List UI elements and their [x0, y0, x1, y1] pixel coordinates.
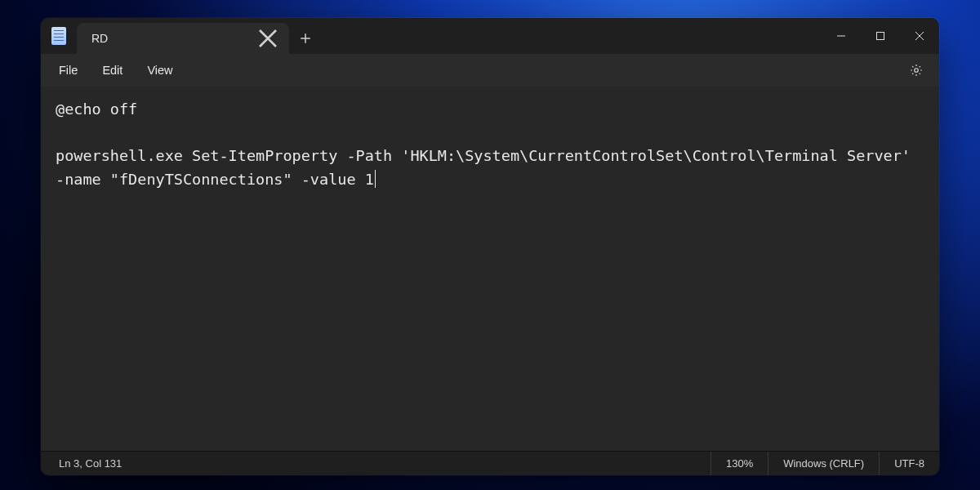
- titlebar-drag-region[interactable]: [322, 18, 822, 54]
- status-line-ending[interactable]: Windows (CRLF): [768, 452, 879, 475]
- titlebar[interactable]: RD: [41, 18, 939, 54]
- maximize-icon: [875, 31, 885, 41]
- document-tab[interactable]: RD: [77, 23, 289, 54]
- maximize-button[interactable]: [861, 18, 900, 54]
- minimize-button[interactable]: [822, 18, 861, 54]
- close-icon: [258, 29, 278, 48]
- app-icon: [41, 18, 77, 54]
- statusbar: Ln 3, Col 131 130% Windows (CRLF) UTF-8: [41, 451, 939, 475]
- status-encoding[interactable]: UTF-8: [879, 452, 939, 475]
- svg-point-1: [915, 69, 919, 73]
- menu-edit[interactable]: Edit: [92, 59, 132, 82]
- text-caret: [375, 170, 376, 188]
- menu-view[interactable]: View: [137, 59, 182, 82]
- menubar: File Edit View: [41, 54, 939, 87]
- notepad-window: RD File Edit View: [41, 18, 939, 475]
- gear-icon: [909, 63, 924, 78]
- status-zoom[interactable]: 130%: [710, 452, 768, 475]
- new-tab-button[interactable]: [289, 23, 322, 54]
- notepad-icon: [51, 27, 66, 45]
- plus-icon: [300, 33, 311, 44]
- status-position[interactable]: Ln 3, Col 131: [41, 452, 136, 475]
- close-icon: [915, 31, 924, 41]
- minimize-icon: [836, 31, 846, 41]
- text-editor[interactable]: @echo off powershell.exe Set-ItemPropert…: [41, 87, 939, 451]
- editor-line: @echo off: [56, 100, 137, 118]
- close-window-button[interactable]: [900, 18, 939, 54]
- menu-file[interactable]: File: [49, 59, 87, 82]
- settings-button[interactable]: [902, 57, 931, 83]
- svg-rect-0: [877, 33, 884, 40]
- tab-title: RD: [91, 32, 250, 45]
- editor-line: powershell.exe Set-ItemProperty -Path 'H…: [56, 147, 920, 188]
- close-tab-button[interactable]: [258, 29, 278, 48]
